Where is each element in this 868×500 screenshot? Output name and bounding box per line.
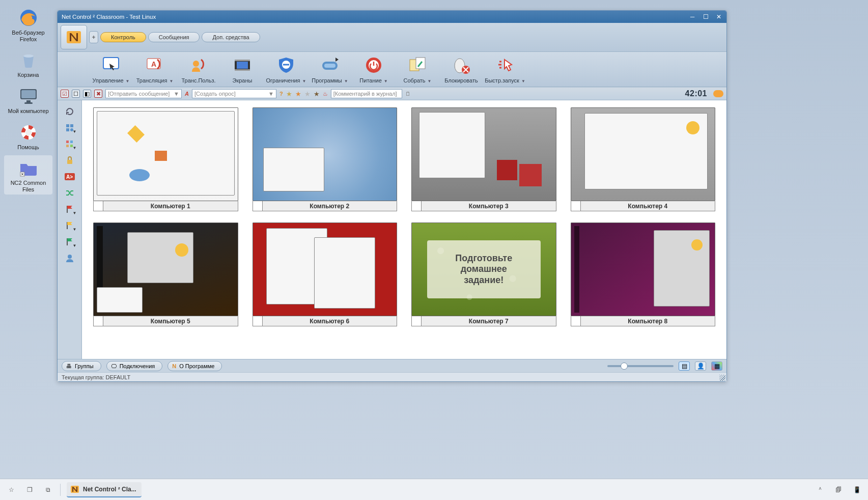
- rail-user-icon[interactable]: [64, 253, 76, 263]
- tool-manage[interactable]: Управление▼: [91, 53, 131, 85]
- ribbon-tab-control[interactable]: Контроль: [100, 32, 146, 42]
- collect-icon: [406, 54, 429, 76]
- clipboard-icon[interactable]: 🗐: [832, 484, 845, 496]
- tool-restrictions[interactable]: Ограничения▼: [266, 53, 306, 85]
- tool-screens[interactable]: Экраны: [222, 53, 262, 85]
- journal-comment-input[interactable]: [Комментарий в журнал]: [331, 89, 402, 98]
- ribbon-tab-messages[interactable]: Сообщения: [148, 32, 200, 42]
- rail-flag-green-icon[interactable]: ▼: [64, 237, 76, 247]
- svg-point-13: [193, 61, 199, 67]
- thumb-checkbox[interactable]: [571, 316, 581, 326]
- thumb-checkbox[interactable]: [93, 201, 103, 211]
- svg-rect-31: [66, 141, 69, 143]
- status-text: Текущая группа: DEFAULT: [62, 374, 130, 380]
- thumb-checkbox[interactable]: [253, 316, 263, 326]
- desktop-icon-mycomputer[interactable]: Мой компьютер: [4, 84, 52, 117]
- rail-refresh-icon[interactable]: [64, 106, 76, 117]
- create-poll-select[interactable]: [Создать опрос]▼: [192, 89, 276, 98]
- clear-button[interactable]: ✖: [94, 90, 102, 98]
- status-bar: Текущая группа: DEFAULT: [58, 372, 726, 381]
- desktop-icon-nc2files[interactable]: NC2 CommonFiles: [4, 155, 52, 195]
- tool-collect[interactable]: Собрать▼: [398, 53, 437, 85]
- titlebar[interactable]: Net Control ² Classroom - Test Linux ─ ☐…: [58, 11, 726, 23]
- rail-lock-icon[interactable]: [64, 155, 76, 165]
- poll-go-icon[interactable]: ?: [279, 91, 283, 97]
- star-gold-icon[interactable]: ★: [286, 90, 292, 98]
- pin-ribbon-button[interactable]: [89, 31, 98, 43]
- computer-thumbnail[interactable]: Компьютер 8: [571, 223, 716, 326]
- minimize-button[interactable]: ─: [687, 13, 698, 21]
- tool-power[interactable]: Питание▼: [354, 53, 394, 85]
- desktop-icon-help[interactable]: Помощь: [4, 120, 52, 153]
- desktop-icon-trash[interactable]: Корзина: [4, 47, 52, 80]
- resize-grip[interactable]: [719, 375, 725, 381]
- svg-text:A: A: [151, 60, 156, 68]
- taskbar-app-entry[interactable]: Net Control ² Cla...: [67, 482, 142, 497]
- computer-thumbnail[interactable]: Компьютер 1: [93, 107, 238, 211]
- workspaces-icon[interactable]: ❐: [23, 484, 36, 496]
- view-mode-thumb-button[interactable]: ▤: [679, 362, 690, 371]
- star-silver-icon[interactable]: ★: [304, 90, 311, 98]
- thumb-checkbox[interactable]: [93, 316, 103, 326]
- secondary-toolbar: ☑ ☐ ◧ ✖ [Отправить сообщение]▼ A [Создат…: [58, 87, 726, 100]
- journal-submit-icon[interactable]: 🗒: [405, 91, 411, 97]
- rail-layout-icon[interactable]: ▼: [64, 123, 76, 133]
- zoom-slider[interactable]: [607, 365, 674, 367]
- mail-indicator-icon[interactable]: [713, 90, 723, 97]
- view-mode-list-button[interactable]: 👤: [695, 362, 706, 371]
- svg-rect-32: [70, 141, 73, 143]
- desktop-icon-label: Помощь: [17, 144, 39, 151]
- star-favorite-icon[interactable]: ☆: [5, 484, 17, 496]
- rail-shuffle-icon[interactable]: [64, 188, 76, 198]
- invert-selection-button[interactable]: ◧: [83, 90, 91, 98]
- view-mode-grid-button[interactable]: ▦: [711, 362, 722, 371]
- thumb-checkbox[interactable]: [411, 316, 422, 326]
- tool-quicklaunch[interactable]: Быстр.запуск▼: [485, 53, 525, 85]
- rail-grid-icon[interactable]: ▼: [64, 139, 76, 149]
- star-bronze-icon[interactable]: ★: [314, 90, 320, 98]
- windows-overview-icon[interactable]: ⧉: [42, 484, 54, 496]
- svg-rect-15: [237, 62, 248, 69]
- session-timer: 42:01: [685, 89, 707, 98]
- flame-icon[interactable]: ♨: [323, 91, 328, 97]
- rail-flag-red-icon[interactable]: ▼: [64, 204, 76, 214]
- tool-userbroadcast[interactable]: Транс.Польз.: [179, 53, 218, 85]
- computer-thumbnail[interactable]: Компьютер 5: [93, 223, 238, 326]
- star-orange-icon[interactable]: ★: [295, 90, 301, 98]
- battery-icon[interactable]: 📱: [851, 484, 863, 496]
- tool-programs[interactable]: Программы▼: [310, 53, 350, 85]
- computer-thumbnail[interactable]: Компьютер 3: [411, 107, 556, 211]
- bottom-tab-groups[interactable]: 🖶 Группы: [62, 361, 101, 371]
- broadcast-icon: A: [144, 54, 166, 76]
- bottom-tab-about[interactable]: N О Программе: [167, 361, 222, 371]
- svg-rect-27: [66, 124, 69, 127]
- close-button[interactable]: ✕: [713, 13, 724, 21]
- thumb-checkbox[interactable]: [411, 201, 422, 211]
- tool-lock[interactable]: Блокировать: [441, 53, 481, 85]
- maximize-button[interactable]: ☐: [700, 13, 711, 21]
- svg-rect-17: [235, 69, 250, 71]
- app-menu-button[interactable]: [61, 25, 87, 49]
- svg-rect-4: [26, 100, 31, 102]
- send-message-go-icon[interactable]: A: [185, 91, 189, 97]
- send-message-select[interactable]: [Отправить сообщение]▼: [105, 89, 182, 98]
- computer-thumbnail[interactable]: Компьютер 6: [253, 223, 398, 326]
- computer-thumbnail[interactable]: Компьютер 4: [571, 107, 716, 211]
- tray-expand-icon[interactable]: ＾: [814, 484, 826, 496]
- desktop-icon-firefox[interactable]: Веб-браузерFirefox: [4, 5, 52, 44]
- computer-thumbnail[interactable]: Компьютер 2: [253, 107, 398, 211]
- rail-flag-yellow-icon[interactable]: ▼: [64, 220, 76, 231]
- tool-broadcast[interactable]: A Трансляция▼: [135, 53, 175, 85]
- thumb-checkbox[interactable]: [253, 201, 263, 211]
- deselect-button[interactable]: ☐: [72, 90, 80, 98]
- desktop-icon-label: Мой компьютер: [8, 108, 48, 115]
- computer-thumbnail[interactable]: Подготовьтедомашнеезадание! Компьютер 7: [411, 223, 556, 326]
- shield-icon: [275, 54, 297, 76]
- select-all-button[interactable]: ☑: [61, 90, 69, 98]
- bottom-tab-connections[interactable]: 🖵 Подключения: [106, 361, 163, 371]
- thumb-checkbox[interactable]: [571, 201, 581, 211]
- rail-text-icon[interactable]: A>: [64, 172, 76, 182]
- n-logo-icon: N: [172, 363, 176, 369]
- svg-rect-16: [235, 60, 250, 61]
- ribbon-tab-tools[interactable]: Доп. средства: [202, 32, 260, 42]
